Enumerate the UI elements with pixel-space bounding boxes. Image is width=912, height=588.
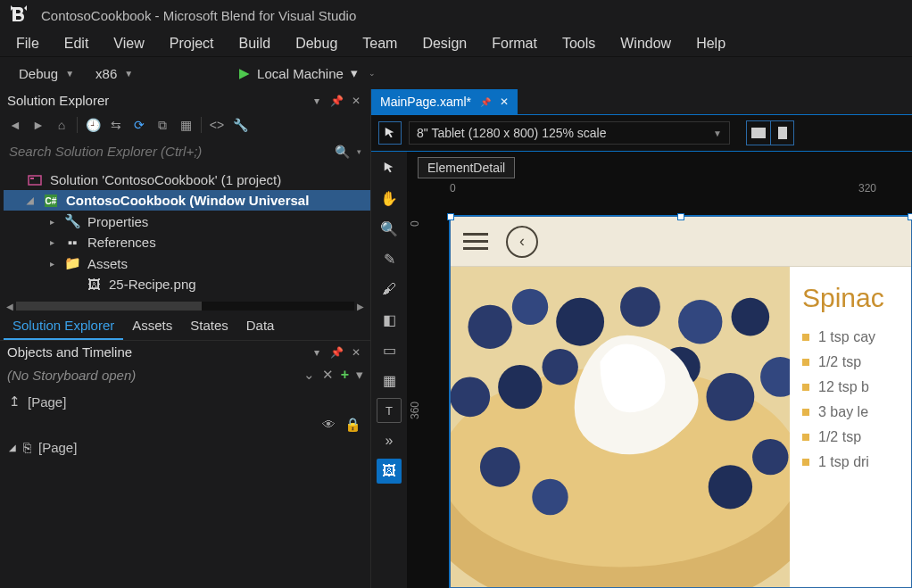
solution-icon bbox=[27, 173, 43, 187]
menu-window[interactable]: Window bbox=[608, 32, 684, 55]
svg-point-21 bbox=[709, 465, 752, 509]
document-tab-label: MainPage.xaml* bbox=[380, 95, 471, 109]
design-canvas[interactable]: ElementDetail 0 320 640 0 360 ‹ bbox=[407, 152, 912, 588]
scroll-right-icon[interactable]: ▶ bbox=[354, 302, 367, 311]
breadcrumb[interactable]: ElementDetail bbox=[418, 157, 515, 178]
selection-handle[interactable] bbox=[908, 213, 912, 220]
properties-icon[interactable]: 🔧 bbox=[230, 115, 250, 135]
show-all-icon[interactable]: ▦ bbox=[176, 115, 195, 135]
document-tabs: MainPage.xaml* 📌 ✕ bbox=[371, 89, 912, 114]
pin-icon[interactable]: 📌 bbox=[329, 346, 344, 359]
storyboard-row: (No Storyboard open) ⌄ ✕ + ▾ bbox=[0, 363, 370, 386]
forward-icon[interactable]: ► bbox=[29, 115, 48, 135]
sync-icon[interactable]: ⇆ bbox=[106, 115, 126, 135]
storyboard-options-icon[interactable]: ▾ bbox=[356, 367, 363, 383]
svg-rect-0 bbox=[29, 176, 41, 185]
tab-assets[interactable]: Assets bbox=[123, 312, 181, 340]
submenu-icon: ⌄ bbox=[369, 69, 376, 78]
history-icon[interactable]: 🕘 bbox=[83, 115, 103, 135]
tree-solution-node[interactable]: Solution 'ContosoCookbook' (1 project) bbox=[4, 170, 370, 190]
zoom-tool-icon[interactable]: 🔍 bbox=[377, 216, 402, 241]
selection-handle[interactable] bbox=[677, 213, 684, 220]
run-button[interactable]: ▶ Local Machine ▾ ⌄ bbox=[232, 63, 383, 83]
tree-properties-node[interactable]: ▸ 🔧 Properties bbox=[4, 211, 370, 232]
back-button-icon[interactable]: ‹ bbox=[506, 226, 538, 258]
selection-handle[interactable] bbox=[447, 213, 454, 220]
scroll-left-icon[interactable]: ◀ bbox=[4, 302, 16, 311]
bullet-icon bbox=[802, 434, 809, 441]
tree-image-node[interactable]: 🖼 25-Recipe.png bbox=[4, 274, 370, 294]
eye-icon[interactable]: 👁 bbox=[322, 417, 336, 433]
pin-icon[interactable]: 📌 bbox=[329, 95, 344, 107]
collapse-all-icon[interactable]: ⧉ bbox=[153, 115, 172, 135]
timeline-row[interactable]: ◢ ⎘ [Page] bbox=[9, 436, 361, 459]
portrait-icon[interactable] bbox=[770, 121, 793, 145]
menu-edit[interactable]: Edit bbox=[52, 32, 102, 55]
more-tools-icon[interactable]: » bbox=[377, 428, 402, 453]
panel-menu-icon[interactable]: ▾ bbox=[310, 95, 324, 107]
menu-project[interactable]: Project bbox=[157, 32, 227, 55]
gradient-tool-icon[interactable]: ◧ bbox=[377, 307, 402, 332]
panel-menu-icon[interactable]: ▾ bbox=[310, 346, 324, 359]
refresh-icon[interactable]: ⟳ bbox=[129, 115, 149, 135]
back-icon[interactable]: ◄ bbox=[5, 115, 25, 135]
storyboard-menu-icon[interactable]: ⌄ bbox=[303, 367, 315, 383]
pin-icon[interactable]: 📌 bbox=[480, 97, 491, 107]
expand-icon[interactable]: ▸ bbox=[46, 259, 57, 269]
close-icon[interactable]: ✕ bbox=[349, 346, 363, 359]
chevron-down-icon: ▼ bbox=[124, 69, 133, 79]
search-options-icon[interactable]: ▾ bbox=[353, 147, 365, 156]
image-tool-icon[interactable]: 🖼 bbox=[377, 459, 402, 484]
device-preset-combo[interactable]: 8" Tablet (1280 x 800) 125% scale ▼ bbox=[409, 121, 730, 145]
timeline-row[interactable]: 👁 🔒 bbox=[9, 413, 361, 436]
brush-tool-icon[interactable]: 🖌 bbox=[377, 277, 402, 302]
rectangle-tool-icon[interactable]: ▭ bbox=[377, 337, 402, 362]
collapse-icon[interactable]: ◢ bbox=[25, 195, 36, 205]
up-arrow-icon: ↥ bbox=[9, 393, 21, 410]
tab-states[interactable]: States bbox=[181, 312, 237, 340]
pointer-tool-icon[interactable] bbox=[377, 155, 402, 180]
tree-project-node[interactable]: ◢ C# ContosoCookbook (Window Universal bbox=[4, 190, 370, 211]
pan-tool-icon[interactable]: ✋ bbox=[377, 186, 402, 211]
tab-data[interactable]: Data bbox=[237, 312, 284, 340]
hamburger-icon[interactable] bbox=[463, 233, 488, 250]
menu-build[interactable]: Build bbox=[227, 32, 284, 55]
storyboard-close-icon[interactable]: ✕ bbox=[322, 367, 334, 383]
home-icon[interactable]: ⌂ bbox=[52, 115, 71, 135]
expand-icon[interactable]: ▸ bbox=[46, 217, 57, 227]
ruler-tick: 320 bbox=[858, 182, 876, 195]
menu-debug[interactable]: Debug bbox=[283, 32, 350, 55]
tree-assets-node[interactable]: ▸ 📁 Assets bbox=[4, 253, 370, 274]
platform-combo[interactable]: x86 ▼ bbox=[87, 63, 212, 84]
device-frame[interactable]: ‹ bbox=[450, 216, 912, 588]
close-icon[interactable]: ✕ bbox=[349, 95, 363, 107]
menu-file[interactable]: File bbox=[4, 32, 52, 55]
timeline-row[interactable]: ↥ [Page] bbox=[9, 390, 361, 413]
menu-design[interactable]: Design bbox=[410, 32, 479, 55]
landscape-icon[interactable] bbox=[747, 121, 770, 145]
menu-tools[interactable]: Tools bbox=[550, 32, 608, 55]
code-icon[interactable]: <> bbox=[207, 115, 227, 135]
document-tab[interactable]: MainPage.xaml* 📌 ✕ bbox=[371, 89, 518, 114]
configuration-combo[interactable]: Debug ▼ bbox=[11, 63, 82, 84]
menu-format[interactable]: Format bbox=[479, 32, 550, 55]
text-tool-icon[interactable]: T bbox=[377, 398, 402, 423]
eyedropper-tool-icon[interactable]: ✎ bbox=[377, 246, 402, 271]
menu-view[interactable]: View bbox=[101, 32, 156, 55]
add-storyboard-icon[interactable]: + bbox=[341, 367, 349, 383]
grid-tool-icon[interactable]: ▦ bbox=[377, 368, 402, 393]
tab-solution-explorer[interactable]: Solution Explorer bbox=[4, 312, 123, 340]
tree-references-node[interactable]: ▸ ▪▪ References bbox=[4, 232, 370, 253]
collapse-icon[interactable]: ◢ bbox=[9, 443, 16, 452]
search-icon[interactable]: 🔍 bbox=[331, 145, 353, 159]
horizontal-scrollbar[interactable]: ◀ ▶ bbox=[0, 300, 370, 312]
close-icon[interactable]: ✕ bbox=[500, 95, 509, 108]
search-input[interactable] bbox=[5, 140, 331, 162]
selection-tool-icon[interactable] bbox=[378, 121, 402, 145]
ingredient-item: 3 bay le bbox=[802, 404, 899, 420]
menu-team[interactable]: Team bbox=[350, 32, 410, 55]
lock-icon[interactable]: 🔒 bbox=[344, 417, 361, 433]
menu-help[interactable]: Help bbox=[684, 32, 738, 55]
horizontal-ruler: 0 320 640 bbox=[407, 182, 912, 200]
expand-icon[interactable]: ▸ bbox=[46, 237, 57, 247]
